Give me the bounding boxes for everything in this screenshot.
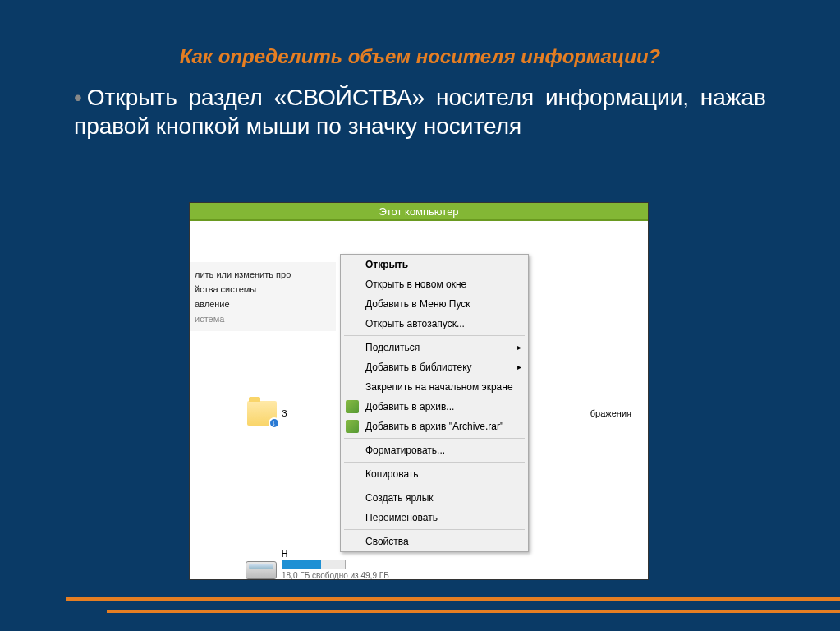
archive-icon <box>346 420 359 433</box>
menu-item-5[interactable]: Поделиться▸ <box>341 338 528 357</box>
partial-label-right: бражения <box>590 408 631 418</box>
download-arrow-icon <box>269 417 280 429</box>
footer-accent-2 <box>107 610 840 613</box>
menu-item-15[interactable]: Создать ярлык <box>341 488 528 508</box>
menu-separator <box>344 529 525 530</box>
menu-item-9[interactable]: Добавить в архив "Archive.rar" <box>341 417 528 436</box>
slide-body-text: Открыть раздел «СВОЙСТВА» носителя инфор… <box>74 85 766 139</box>
context-menu: ОткрытьОткрыть в новом окнеДобавить в Ме… <box>340 254 529 552</box>
bullet-marker: • <box>74 85 82 110</box>
menu-separator <box>344 462 525 463</box>
drive-letter: Н <box>282 550 287 559</box>
drive-item[interactable] <box>246 561 277 579</box>
menu-item-3[interactable]: Открыть автозапуск... <box>341 314 528 334</box>
window-titlebar: Этот компьютер <box>190 203 648 221</box>
content-area: лить или изменить про йства системы авле… <box>190 233 648 579</box>
slide-title: Как определить объем носителя информации… <box>0 0 840 83</box>
explorer-window: Этот компьютер лить или изменить про йст… <box>189 202 649 580</box>
folder-label: З <box>282 408 287 418</box>
menu-item-8[interactable]: Добавить в архив... <box>341 397 528 417</box>
folder-icon <box>247 401 277 426</box>
menu-separator <box>344 486 525 486</box>
drive-icon <box>246 561 277 579</box>
submenu-arrow-icon: ▸ <box>517 343 521 352</box>
menu-item-11[interactable]: Форматировать... <box>341 440 528 460</box>
sidebar-item-3[interactable]: авление <box>190 297 336 311</box>
sidebar-item-2[interactable]: йства системы <box>190 282 336 297</box>
toolbar-strip <box>190 221 648 231</box>
menu-separator <box>344 438 525 439</box>
sidebar-panel: лить или изменить про йства системы авле… <box>190 262 336 331</box>
footer-accent-1 <box>66 597 840 601</box>
menu-item-1[interactable]: Открыть в новом окне <box>341 274 528 294</box>
archive-icon <box>346 400 359 413</box>
menu-item-18[interactable]: Свойства <box>341 532 528 551</box>
drive-usage-bar <box>282 560 346 569</box>
submenu-arrow-icon: ▸ <box>517 362 521 371</box>
drive-status-text: 18,0 ГБ свободно из 49,9 ГБ <box>282 571 389 579</box>
menu-item-7[interactable]: Закрепить на начальном экране <box>341 377 528 397</box>
menu-item-16[interactable]: Переименовать <box>341 508 528 527</box>
menu-item-2[interactable]: Добавить в Меню Пуск <box>341 294 528 314</box>
menu-item-6[interactable]: Добавить в библиотеку▸ <box>341 357 528 377</box>
sidebar-item-1[interactable]: лить или изменить про <box>190 267 336 282</box>
menu-item-13[interactable]: Копировать <box>341 464 528 484</box>
sidebar-item-4[interactable]: истема <box>190 311 336 326</box>
folder-item[interactable]: З <box>247 401 287 426</box>
menu-item-0[interactable]: Открыть <box>341 255 528 274</box>
menu-separator <box>344 335 525 336</box>
drive-usage-fill <box>282 560 321 569</box>
slide-body: •Открыть раздел «СВОЙСТВА» носителя инфо… <box>0 83 840 140</box>
